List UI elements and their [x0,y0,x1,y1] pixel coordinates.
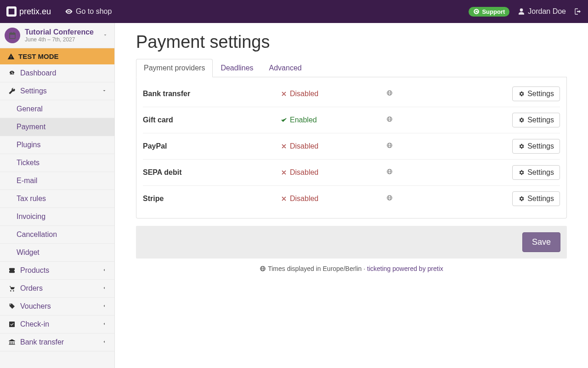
provider-settings-button[interactable]: Settings [512,113,560,127]
chevron-left-icon [102,284,107,293]
sidebar-sub-general[interactable]: General [0,100,114,118]
sales-channel-indicator [386,90,432,98]
page-title: Payment settings [136,32,567,52]
brand-link[interactable]: pretix.eu [6,6,51,17]
sidebar-sub-taxrules[interactable]: Tax rules [0,190,114,208]
chevron-left-icon [102,320,107,328]
gear-icon [518,169,525,176]
test-mode-banner: TEST MODE [0,48,114,64]
sidebar-item-dashboard[interactable]: Dashboard [0,64,114,82]
sidebar-item-vouchers[interactable]: Vouchers [0,298,114,316]
sidebar-item-label: Orders [20,284,43,293]
sidebar-sub-tickets[interactable]: Tickets [0,154,114,172]
sidebar-sub-label: E-mail [17,177,37,184]
tab-advanced[interactable]: Advanced [261,59,310,77]
tab-payment-providers[interactable]: Payment providers [136,59,213,77]
sidebar-sub-label: Tickets [17,159,40,167]
sidebar-item-label: Vouchers [20,302,51,310]
provider-settings-label: Settings [527,168,554,177]
sidebar-item-checkin[interactable]: Check-in [0,316,114,334]
provider-settings-button[interactable]: Settings [512,86,560,101]
sidebar-sub-label: Tax rules [17,195,46,202]
tab-label: Advanced [269,64,302,72]
sidebar: Tutorial Conference June 4th – 7th, 2027… [0,23,115,368]
provider-settings-label: Settings [527,195,554,203]
sidebar-sub-payment[interactable]: Payment [0,118,114,136]
sidebar-settings-submenu: General Payment Plugins Tickets E-mail T… [0,100,114,262]
sidebar-sub-label: Payment [17,123,45,131]
chevron-left-icon [102,266,107,275]
provider-name: PayPal [143,142,281,150]
support-label: Support [482,8,505,15]
sidebar-item-label: Dashboard [20,69,56,77]
footer-credit-link[interactable]: ticketing powered by pretix [367,265,443,272]
sidebar-item-products[interactable]: Products [0,262,114,280]
check-square-icon [7,321,17,328]
tab-label: Payment providers [144,64,205,72]
warning-icon [7,53,15,60]
globe-icon [386,142,393,149]
provider-row: Bank transferDisabledSettings [143,84,560,107]
footer-tz: Times displayed in Europe/Berlin [268,265,362,272]
gear-icon [518,143,525,150]
gear-icon [518,91,525,97]
chevron-down-icon [102,87,107,95]
user-menu[interactable]: Jordan Doe [518,7,566,16]
svg-rect-1 [9,9,15,15]
main-content: Payment settings Payment providers Deadl… [115,23,588,368]
sidebar-item-orders[interactable]: Orders [0,280,114,298]
save-button[interactable]: Save [522,232,560,252]
tabs: Payment providers Deadlines Advanced [136,58,567,77]
footer-note: Times displayed in Europe/Berlin · ticke… [136,265,567,272]
tab-deadlines[interactable]: Deadlines [213,59,261,77]
sidebar-item-settings[interactable]: Settings [0,82,114,100]
provider-status-label: Disabled [290,195,318,203]
provider-row: SEPA debitDisabledSettings [143,159,560,185]
chevron-left-icon [102,338,107,346]
user-name: Jordan Doe [528,7,566,16]
provider-name: Gift card [143,116,281,124]
sidebar-item-label: Products [20,266,49,275]
top-navbar: pretix.eu Go to shop Support Jordan Doe [0,0,588,23]
provider-status-label: Enabled [290,116,317,124]
go-to-shop-link[interactable]: Go to shop [60,0,116,23]
sidebar-sub-label: Widget [17,248,40,256]
ticket-icon [7,267,17,274]
provider-status-label: Disabled [290,90,318,98]
provider-settings-button[interactable]: Settings [512,165,560,180]
logout-link[interactable] [574,8,582,15]
provider-status-label: Disabled [290,168,318,177]
sidebar-sub-plugins[interactable]: Plugins [0,136,114,154]
x-icon [281,91,287,97]
event-switcher[interactable]: Tutorial Conference June 4th – 7th, 2027 [0,23,114,48]
tachometer-icon [7,69,17,77]
chevron-left-icon [102,302,107,310]
provider-status: Disabled [281,168,386,177]
brand-logo-icon [6,6,17,17]
go-to-shop-label: Go to shop [76,7,112,16]
x-icon [281,196,287,202]
caret-down-icon [102,31,108,40]
sidebar-sub-email[interactable]: E-mail [0,172,114,190]
provider-status-label: Disabled [290,142,318,150]
sidebar-item-banktransfer[interactable]: Bank transfer [0,334,114,351]
provider-status: Enabled [281,116,386,124]
provider-settings-button[interactable]: Settings [512,191,560,206]
sidebar-sub-widget[interactable]: Widget [0,244,114,262]
provider-settings-button[interactable]: Settings [512,139,560,154]
provider-settings-label: Settings [527,90,554,98]
support-badge[interactable]: Support [469,7,509,17]
provider-name: Stripe [143,195,281,203]
sidebar-sub-invoicing[interactable]: Invoicing [0,208,114,226]
sidebar-sub-cancellation[interactable]: Cancellation [0,226,114,244]
provider-row: StripeDisabledSettings [143,185,560,212]
provider-name: Bank transfer [143,90,281,98]
sidebar-sub-label: General [17,105,43,113]
eye-icon [65,7,73,16]
save-label: Save [532,237,551,247]
globe-icon [386,195,393,201]
footer-credit-label: ticketing powered by pretix [367,265,443,272]
provider-status: Disabled [281,142,386,150]
sidebar-sub-label: Plugins [17,141,40,149]
sidebar-item-label: Check-in [20,320,49,328]
